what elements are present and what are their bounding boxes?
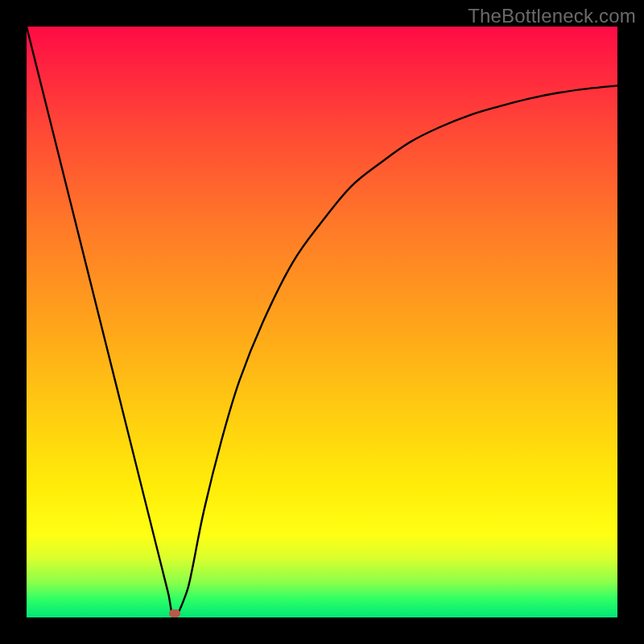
- watermark: TheBottleneck.com: [468, 5, 636, 27]
- curve-layer: [27, 27, 617, 617]
- chart-frame: TheBottleneck.com: [0, 0, 644, 644]
- bottleneck-curve: [27, 27, 617, 617]
- optimal-marker: [169, 609, 180, 617]
